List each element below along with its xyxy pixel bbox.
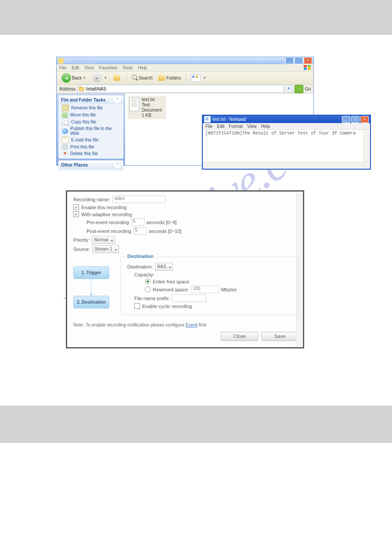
- np-menu-file[interactable]: File: [205, 124, 212, 129]
- file-type: Text Document: [142, 102, 164, 113]
- post-event-input[interactable]: 5: [133, 227, 147, 235]
- up-button[interactable]: [111, 73, 124, 83]
- move-icon: [62, 112, 68, 118]
- step-trigger[interactable]: 1. Trigger: [73, 266, 109, 279]
- menu-file[interactable]: File: [59, 65, 66, 70]
- menu-favorites[interactable]: Favorites: [99, 65, 117, 70]
- source-row: Source: Stream 1: [73, 245, 298, 253]
- back-dropdown-icon[interactable]: ▼: [82, 76, 87, 80]
- cyclic-label: Enable cyclic recording: [142, 304, 192, 309]
- np-minimize-button[interactable]: _: [342, 116, 350, 123]
- forward-button[interactable]: ►▼: [90, 73, 110, 83]
- file-item[interactable]: test.txt Text Document 1 KB: [128, 96, 166, 119]
- notepad-scrollbar[interactable]: [363, 130, 370, 162]
- np-menu-edit[interactable]: Edit: [217, 124, 224, 129]
- np-menu-help[interactable]: Help: [261, 124, 270, 129]
- adaptive-recording-checkbox[interactable]: ✓: [73, 211, 79, 217]
- views-icon: [191, 74, 201, 82]
- recording-name-label: Recording name:: [73, 197, 110, 202]
- delete-icon: ×: [62, 151, 68, 156]
- pre-event-input[interactable]: 5: [131, 218, 144, 226]
- destination-column: Destination Destination: NAS Capacity: E…: [121, 257, 298, 315]
- notepad-content: [NOTIFICATION]The Result of Server Test …: [205, 131, 356, 136]
- menu-edit[interactable]: Edit: [72, 65, 79, 70]
- address-input[interactable]: [77, 85, 284, 93]
- capacity-label-row: Capacity:: [127, 272, 294, 277]
- enable-recording-checkbox[interactable]: ✓: [73, 204, 79, 210]
- adaptive-recording-row: ✓ With adaptive recording: [73, 211, 298, 217]
- explorer-titlebar[interactable]: NAS on ritali _ □ ×: [57, 57, 313, 64]
- notepad-titlebar[interactable]: test.txt - Notepad _ □ ×: [203, 116, 370, 123]
- views-button[interactable]: ▼: [189, 73, 209, 83]
- task-rename[interactable]: Rename this file: [58, 104, 123, 112]
- recording-name-input[interactable]: video: [112, 196, 165, 203]
- reserved-space-radio[interactable]: [145, 287, 151, 292]
- maximize-button[interactable]: □: [295, 57, 303, 64]
- task-move[interactable]: Move this file: [58, 112, 123, 118]
- collapse-icon[interactable]: ⌃: [114, 162, 121, 168]
- np-menu-format[interactable]: Format: [229, 124, 243, 129]
- task-copy[interactable]: Copy this file: [58, 118, 123, 126]
- destination-select[interactable]: NAS: [155, 263, 173, 271]
- minimize-button[interactable]: _: [285, 57, 294, 64]
- task-label: E-mail this file: [71, 138, 98, 142]
- address-dropdown-icon[interactable]: ▼: [286, 85, 293, 93]
- adaptive-recording-label: With adaptive recording: [81, 212, 132, 217]
- np-close-button[interactable]: ×: [360, 116, 369, 123]
- prefix-input[interactable]: [172, 294, 206, 302]
- step-connector: [91, 279, 91, 296]
- destination-fieldset: Destination Destination: NAS Capacity: E…: [121, 257, 298, 315]
- task-publish[interactable]: Publish this file to the Web: [58, 126, 123, 136]
- menu-view[interactable]: View: [84, 65, 94, 70]
- other-places-panel: Other Places ⌃: [58, 160, 123, 171]
- destination-label: Destination:: [127, 264, 153, 269]
- reserved-space-input[interactable]: 100: [191, 286, 219, 293]
- reserved-space-label: Reserved space:: [153, 287, 189, 292]
- entire-space-radio[interactable]: [145, 279, 151, 284]
- enable-recording-row: ✓ Enable this recording: [73, 204, 298, 210]
- back-button[interactable]: ◄Back▼: [59, 73, 89, 83]
- task-label: Rename this file: [71, 105, 103, 110]
- file-tasks-header[interactable]: File and Folder Tasks ⌃: [58, 95, 123, 104]
- entire-space-label: Entire free space: [153, 279, 189, 284]
- menu-tools[interactable]: Tools: [122, 65, 133, 70]
- file-list-pane[interactable]: test.txt Text Document 1 KB test.txt - N…: [125, 94, 313, 165]
- close-button[interactable]: Close: [221, 332, 258, 341]
- search-button[interactable]: Search: [129, 73, 155, 83]
- priority-select[interactable]: Normal: [92, 236, 115, 244]
- go-button[interactable]: →: [295, 85, 303, 93]
- file-tasks-panel: File and Folder Tasks ⌃ Rename this file…: [58, 95, 123, 159]
- views-dropdown-icon[interactable]: ▼: [202, 76, 207, 80]
- collapse-icon[interactable]: ⌃: [114, 97, 121, 103]
- np-maximize-button[interactable]: □: [351, 116, 360, 123]
- search-label: Search: [139, 76, 153, 80]
- other-places-header[interactable]: Other Places ⌃: [58, 160, 123, 169]
- notepad-textarea[interactable]: [NOTIFICATION]The Result of Server Test …: [203, 130, 370, 162]
- printer-icon: [62, 144, 68, 150]
- explorer-toolbar: ◄Back▼ ►▼ Search Folders ▼: [57, 72, 313, 84]
- page-footer-band: [0, 406, 392, 443]
- notepad-statusbar: [203, 162, 370, 169]
- explorer-body: File and Folder Tasks ⌃ Rename this file…: [57, 94, 313, 165]
- source-select[interactable]: Stream 1: [92, 245, 119, 253]
- folders-icon: [158, 75, 165, 81]
- file-size: 1 KB: [142, 113, 164, 118]
- step-destination[interactable]: 2. Destination: [73, 296, 109, 308]
- cyclic-checkbox[interactable]: ✓: [134, 303, 140, 309]
- task-delete[interactable]: ×Delete this file: [58, 150, 123, 157]
- event-link[interactable]: Event: [186, 322, 198, 327]
- np-menu-view[interactable]: View: [247, 124, 257, 129]
- menu-help[interactable]: Help: [138, 65, 147, 70]
- forward-dropdown-icon[interactable]: ▼: [103, 76, 108, 80]
- recording-settings-panel: Recording name: video ✓ Enable this reco…: [66, 190, 304, 348]
- address-label: Address: [59, 87, 76, 91]
- folders-button[interactable]: Folders: [156, 73, 183, 83]
- task-print[interactable]: Print this file: [58, 144, 123, 150]
- task-email[interactable]: E-mail this file: [58, 136, 123, 144]
- save-button[interactable]: Save: [261, 332, 298, 341]
- toolbar-separator: [126, 73, 127, 82]
- close-button[interactable]: ×: [304, 57, 312, 64]
- notepad-window: test.txt - Notepad _ □ × File Edit Forma…: [202, 115, 371, 170]
- post-event-label: Post-event recording: [86, 229, 131, 234]
- note-text-a: Note: To enable recording notification p…: [73, 322, 186, 327]
